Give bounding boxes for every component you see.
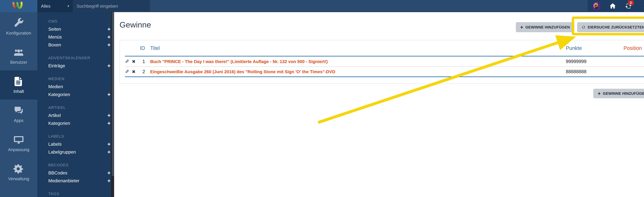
subnav-item-menus[interactable]: Menüs + <box>48 33 110 41</box>
subnav-item-artikel[interactable]: Artikel + <box>48 111 110 119</box>
sidebar-item-apps[interactable]: Apps <box>0 100 37 129</box>
subnav-section-artikel: ARTIKEL Artikel + Kategorien + <box>48 104 110 127</box>
add-gewinne-button[interactable]: + GEWINNE HINZUFÜGEN <box>516 22 574 32</box>
sidebar-item-label: Inhalt <box>14 89 24 94</box>
sidebar-item-benutzer[interactable]: Benutzer <box>0 41 37 70</box>
topbar: Alles ▾ A ADMIN <box>0 0 644 12</box>
sort-ascending-icon: ▲ <box>643 46 644 50</box>
sidebar-item-label: Anpassung <box>8 147 29 152</box>
add-icon[interactable]: + <box>107 178 110 183</box>
subnav-item-label: Seiten <box>48 27 61 32</box>
add-gewinne-label: GEWINNE HINZUFÜGEN <box>526 25 570 29</box>
subnav-item-label: Artikel <box>48 113 61 118</box>
section-title: MEDIEN <box>48 75 110 83</box>
add-icon[interactable]: + <box>107 92 110 97</box>
add-icon[interactable]: + <box>107 141 110 147</box>
table-row: ✎ ✖ 1 Buch "PRINCE - The Day I was there… <box>125 57 644 67</box>
admin-avatar-icon: A ADMIN <box>592 2 600 10</box>
subnav-section-tags: TAGS <box>48 190 110 197</box>
primary-sidebar: Konfiguration Benutzer <box>0 12 37 197</box>
plus-icon: + <box>520 25 523 30</box>
titel-column-header[interactable]: Titel <box>145 45 566 51</box>
subnav-item-kategorien-medien[interactable]: Kategorien + <box>48 91 110 98</box>
section-title: CMS <box>48 17 110 25</box>
add-icon[interactable]: + <box>107 121 110 126</box>
chevron-down-icon: ▾ <box>68 4 69 8</box>
add-icon[interactable]: + <box>107 113 110 118</box>
add-gewinne-button-bottom[interactable]: + GEWINNE HINZUFÜGEN <box>593 89 644 98</box>
svg-text:A: A <box>596 5 597 7</box>
notification-badge[interactable]: 2 <box>628 1 634 5</box>
delete-icon[interactable]: ✖ <box>132 59 136 64</box>
monitor-icon <box>13 134 24 145</box>
admin-app: Alles ▾ A ADMIN <box>0 0 644 197</box>
position-column-label: Position <box>624 45 642 51</box>
chat-bubbles-icon <box>13 105 24 116</box>
info-button[interactable] <box>642 0 644 12</box>
subnav-item-seiten[interactable]: Seiten + <box>48 25 110 33</box>
row-title-link[interactable]: Buch "PRINCE - The Day I was there!" (Li… <box>150 59 328 64</box>
row-position: 1 <box>621 59 644 64</box>
gewinne-table: ID Titel Punkte Position ▲ ✎ ✖ 1 Buch "P… <box>120 40 644 84</box>
add-icon[interactable]: + <box>107 27 110 32</box>
subnav-item-kategorien-artikel[interactable]: Kategorien + <box>48 119 110 127</box>
add-icon[interactable]: + <box>107 170 110 176</box>
sidebar-item-verwaltung[interactable]: Verwaltung <box>0 158 37 187</box>
section-title: TAGS <box>48 190 110 197</box>
logo-w-icon <box>9 1 28 11</box>
top-action-buttons: + GEWINNE HINZUFÜGEN EIERSUCHE ZURÜCKSET… <box>516 22 644 32</box>
page-title: Gewinne <box>120 20 151 29</box>
section-title: ARTIKEL <box>48 104 110 111</box>
subnav-section-labels: LABELS Labels + Labelgruppen + <box>48 132 110 156</box>
edit-icon[interactable]: ✎ <box>125 69 129 75</box>
subnav-item-label: BBCodes <box>48 170 67 175</box>
subnav-item-labels[interactable]: Labels + <box>48 140 110 148</box>
users-icon <box>13 47 24 58</box>
subnav-item-label: Einträge <box>48 63 65 68</box>
add-icon[interactable]: + <box>107 63 110 68</box>
sidebar-item-label: Konfiguration <box>6 31 31 36</box>
add-icon[interactable]: + <box>107 34 110 40</box>
edit-icon[interactable]: ✎ <box>125 59 129 64</box>
reset-eiersuche-button[interactable]: EIERSUCHE ZURÜCKSETZTEN <box>577 22 644 32</box>
search-input[interactable] <box>73 0 150 12</box>
global-search <box>73 0 150 12</box>
subnav-item-label: Labelgruppen <box>48 149 76 155</box>
position-column-header[interactable]: Position ▲ <box>621 45 644 51</box>
add-gewinne-label: GEWINNE HINZUFÜGEN <box>603 91 644 96</box>
subnav-item-boxen[interactable]: Boxen + <box>48 41 110 49</box>
delete-icon[interactable]: ✖ <box>132 69 136 74</box>
id-column-header[interactable]: ID <box>139 45 145 51</box>
add-icon[interactable]: + <box>107 42 110 48</box>
app-logo[interactable] <box>0 0 37 12</box>
row-title-link[interactable]: Eingeschweißte Ausgabe 260 (Juni 2016) d… <box>150 69 335 74</box>
secondary-sidebar: CMS Seiten + Menüs + Boxen + ADVENTSKALE… <box>37 12 114 197</box>
search-scope-dropdown[interactable]: Alles ▾ <box>37 0 73 12</box>
section-title: BBCODES <box>48 161 110 169</box>
scrollbar-thumb[interactable] <box>112 12 114 176</box>
home-button[interactable] <box>608 0 617 12</box>
add-icon[interactable]: + <box>107 149 110 155</box>
subnav-section-bbcodes: BBCODES BBCodes + Medienanbieter + <box>48 161 110 185</box>
sidebar-item-inhalt[interactable]: Inhalt <box>0 70 37 100</box>
table-header-row: ID Titel Punkte Position ▲ <box>125 40 644 57</box>
subnav-section-adventskalender: ADVENTSKALENDER Einträge + <box>48 54 110 70</box>
subnav-item-medienanbieter[interactable]: Medienanbieter + <box>48 177 110 185</box>
row-position: 2 <box>621 69 644 74</box>
sidebar-item-anpassung[interactable]: Anpassung <box>0 129 37 158</box>
punkte-column-header[interactable]: Punkte <box>566 45 621 51</box>
subnav-section-cms: CMS Seiten + Menüs + Boxen + <box>48 17 110 49</box>
subnav-scrollbar[interactable] <box>111 12 114 197</box>
info-icon <box>642 3 644 10</box>
row-punkte: 99999999 <box>566 59 621 64</box>
subnav-item-medien[interactable]: Medien <box>48 83 110 91</box>
user-avatar[interactable]: A ADMIN <box>592 0 601 12</box>
subnav-item-eintraege[interactable]: Einträge + <box>48 62 110 70</box>
subnav-item-bbcodes[interactable]: BBCodes + <box>48 169 110 177</box>
subnav-item-labelgruppen[interactable]: Labelgruppen + <box>48 148 110 156</box>
subnav-item-label: Kategorien <box>48 92 70 97</box>
sidebar-item-konfiguration[interactable]: Konfiguration <box>0 12 37 41</box>
subnav-item-label: Kategorien <box>48 121 70 126</box>
wrench-icon <box>13 18 24 29</box>
subnav-item-label: Labels <box>48 142 62 147</box>
